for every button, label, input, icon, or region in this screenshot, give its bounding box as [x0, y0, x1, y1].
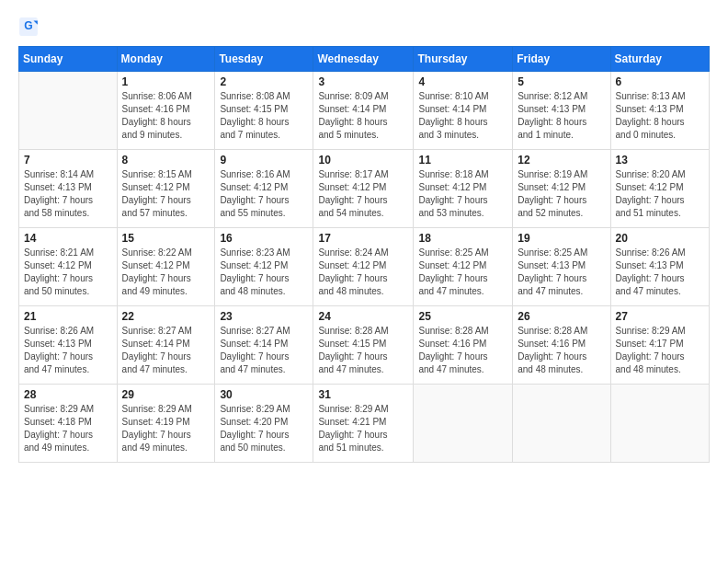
calendar-cell: 11Sunrise: 8:18 AM Sunset: 4:12 PM Dayli… [414, 150, 513, 228]
week-row-1: 1Sunrise: 8:06 AM Sunset: 4:16 PM Daylig… [19, 72, 710, 150]
calendar-body: 1Sunrise: 8:06 AM Sunset: 4:16 PM Daylig… [19, 72, 710, 463]
day-number: 1 [122, 75, 210, 88]
week-row-4: 21Sunrise: 8:26 AM Sunset: 4:13 PM Dayli… [19, 306, 710, 385]
calendar-cell: 3Sunrise: 8:09 AM Sunset: 4:14 PM Daylig… [313, 72, 414, 150]
day-number: 14 [24, 232, 112, 245]
day-number: 5 [518, 75, 605, 88]
day-info: Sunrise: 8:22 AM Sunset: 4:12 PM Dayligh… [122, 247, 210, 298]
day-number: 2 [220, 75, 308, 88]
day-number: 27 [616, 310, 704, 323]
calendar-cell: 27Sunrise: 8:29 AM Sunset: 4:17 PM Dayli… [610, 306, 709, 385]
day-number: 19 [518, 232, 605, 245]
day-number: 20 [616, 232, 704, 245]
calendar-cell: 18Sunrise: 8:25 AM Sunset: 4:12 PM Dayli… [414, 228, 513, 306]
calendar-cell: 25Sunrise: 8:28 AM Sunset: 4:16 PM Dayli… [414, 306, 513, 385]
day-info: Sunrise: 8:29 AM Sunset: 4:18 PM Dayligh… [24, 403, 112, 454]
day-info: Sunrise: 8:14 AM Sunset: 4:13 PM Dayligh… [24, 168, 112, 220]
day-info: Sunrise: 8:25 AM Sunset: 4:12 PM Dayligh… [418, 247, 507, 298]
calendar-cell: 13Sunrise: 8:20 AM Sunset: 4:12 PM Dayli… [610, 150, 709, 228]
calendar-cell: 16Sunrise: 8:23 AM Sunset: 4:12 PM Dayli… [215, 228, 313, 306]
day-number: 24 [318, 310, 408, 323]
calendar-cell: 17Sunrise: 8:24 AM Sunset: 4:12 PM Dayli… [313, 228, 414, 306]
day-number: 17 [318, 232, 408, 245]
day-info: Sunrise: 8:29 AM Sunset: 4:20 PM Dayligh… [220, 403, 308, 454]
calendar-cell [610, 385, 709, 463]
day-info: Sunrise: 8:16 AM Sunset: 4:12 PM Dayligh… [220, 168, 308, 220]
calendar-header: SundayMondayTuesdayWednesdayThursdayFrid… [19, 47, 710, 72]
day-number: 7 [24, 154, 112, 167]
calendar-cell: 10Sunrise: 8:17 AM Sunset: 4:12 PM Dayli… [313, 150, 414, 228]
day-info: Sunrise: 8:25 AM Sunset: 4:13 PM Dayligh… [518, 247, 605, 298]
calendar-cell: 15Sunrise: 8:22 AM Sunset: 4:12 PM Dayli… [117, 228, 215, 306]
day-info: Sunrise: 8:26 AM Sunset: 4:13 PM Dayligh… [616, 247, 704, 298]
calendar-cell: 4Sunrise: 8:10 AM Sunset: 4:14 PM Daylig… [414, 72, 513, 150]
week-row-2: 7Sunrise: 8:14 AM Sunset: 4:13 PM Daylig… [19, 150, 710, 228]
logo: G [18, 17, 40, 37]
day-info: Sunrise: 8:09 AM Sunset: 4:14 PM Dayligh… [318, 90, 408, 142]
day-info: Sunrise: 8:19 AM Sunset: 4:12 PM Dayligh… [518, 168, 605, 220]
day-number: 8 [122, 154, 210, 167]
calendar-cell: 7Sunrise: 8:14 AM Sunset: 4:13 PM Daylig… [19, 150, 118, 228]
calendar-cell: 14Sunrise: 8:21 AM Sunset: 4:12 PM Dayli… [19, 228, 118, 306]
calendar-cell [19, 72, 118, 150]
calendar-cell: 24Sunrise: 8:28 AM Sunset: 4:15 PM Dayli… [313, 306, 414, 385]
day-number: 21 [24, 310, 112, 323]
weekday-header-wednesday: Wednesday [313, 47, 414, 72]
calendar-cell: 31Sunrise: 8:29 AM Sunset: 4:21 PM Dayli… [313, 385, 414, 463]
calendar-cell: 19Sunrise: 8:25 AM Sunset: 4:13 PM Dayli… [513, 228, 610, 306]
calendar-cell: 1Sunrise: 8:06 AM Sunset: 4:16 PM Daylig… [117, 72, 215, 150]
weekday-header-monday: Monday [117, 47, 215, 72]
day-info: Sunrise: 8:27 AM Sunset: 4:14 PM Dayligh… [122, 325, 210, 376]
weekday-header-saturday: Saturday [610, 47, 709, 72]
calendar-cell: 20Sunrise: 8:26 AM Sunset: 4:13 PM Dayli… [610, 228, 709, 306]
weekday-header-friday: Friday [513, 47, 610, 72]
calendar-cell: 30Sunrise: 8:29 AM Sunset: 4:20 PM Dayli… [215, 385, 313, 463]
weekday-header-tuesday: Tuesday [215, 47, 313, 72]
day-info: Sunrise: 8:28 AM Sunset: 4:15 PM Dayligh… [318, 325, 408, 376]
calendar-cell: 12Sunrise: 8:19 AM Sunset: 4:12 PM Dayli… [513, 150, 610, 228]
week-row-3: 14Sunrise: 8:21 AM Sunset: 4:12 PM Dayli… [19, 228, 710, 306]
calendar-cell: 29Sunrise: 8:29 AM Sunset: 4:19 PM Dayli… [117, 385, 215, 463]
day-number: 25 [418, 310, 507, 323]
day-info: Sunrise: 8:17 AM Sunset: 4:12 PM Dayligh… [318, 168, 408, 220]
day-number: 4 [418, 75, 507, 88]
day-number: 3 [318, 75, 408, 88]
day-number: 29 [122, 388, 210, 401]
day-info: Sunrise: 8:29 AM Sunset: 4:21 PM Dayligh… [318, 403, 408, 454]
week-row-5: 28Sunrise: 8:29 AM Sunset: 4:18 PM Dayli… [19, 385, 710, 463]
header: G [18, 17, 710, 37]
calendar-cell: 28Sunrise: 8:29 AM Sunset: 4:18 PM Dayli… [19, 385, 118, 463]
day-info: Sunrise: 8:18 AM Sunset: 4:12 PM Dayligh… [418, 168, 507, 220]
day-number: 23 [220, 310, 308, 323]
day-info: Sunrise: 8:27 AM Sunset: 4:14 PM Dayligh… [220, 325, 308, 376]
day-info: Sunrise: 8:26 AM Sunset: 4:13 PM Dayligh… [24, 325, 112, 376]
day-number: 10 [318, 154, 408, 167]
calendar-table: SundayMondayTuesdayWednesdayThursdayFrid… [18, 46, 710, 463]
day-number: 22 [122, 310, 210, 323]
day-info: Sunrise: 8:24 AM Sunset: 4:12 PM Dayligh… [318, 247, 408, 298]
day-number: 6 [616, 75, 704, 88]
day-number: 18 [418, 232, 507, 245]
day-info: Sunrise: 8:20 AM Sunset: 4:12 PM Dayligh… [616, 168, 704, 220]
day-number: 15 [122, 232, 210, 245]
weekday-header-thursday: Thursday [414, 47, 513, 72]
day-info: Sunrise: 8:28 AM Sunset: 4:16 PM Dayligh… [518, 325, 605, 376]
calendar-cell: 21Sunrise: 8:26 AM Sunset: 4:13 PM Dayli… [19, 306, 118, 385]
calendar-cell: 2Sunrise: 8:08 AM Sunset: 4:15 PM Daylig… [215, 72, 313, 150]
day-info: Sunrise: 8:10 AM Sunset: 4:14 PM Dayligh… [418, 90, 507, 142]
day-number: 30 [220, 388, 308, 401]
day-number: 31 [318, 388, 408, 401]
day-number: 16 [220, 232, 308, 245]
day-info: Sunrise: 8:12 AM Sunset: 4:13 PM Dayligh… [518, 90, 605, 142]
day-info: Sunrise: 8:08 AM Sunset: 4:15 PM Dayligh… [220, 90, 308, 142]
weekday-header-row: SundayMondayTuesdayWednesdayThursdayFrid… [19, 47, 710, 72]
logo-icon: G [18, 17, 39, 37]
page: G SundayMondayTuesdayWednesdayThursdayFr… [0, 0, 728, 563]
calendar-cell: 5Sunrise: 8:12 AM Sunset: 4:13 PM Daylig… [513, 72, 610, 150]
day-info: Sunrise: 8:23 AM Sunset: 4:12 PM Dayligh… [220, 247, 308, 298]
day-info: Sunrise: 8:29 AM Sunset: 4:19 PM Dayligh… [122, 403, 210, 454]
calendar-cell [513, 385, 610, 463]
calendar-cell: 26Sunrise: 8:28 AM Sunset: 4:16 PM Dayli… [513, 306, 610, 385]
day-info: Sunrise: 8:21 AM Sunset: 4:12 PM Dayligh… [24, 247, 112, 298]
calendar-cell [414, 385, 513, 463]
